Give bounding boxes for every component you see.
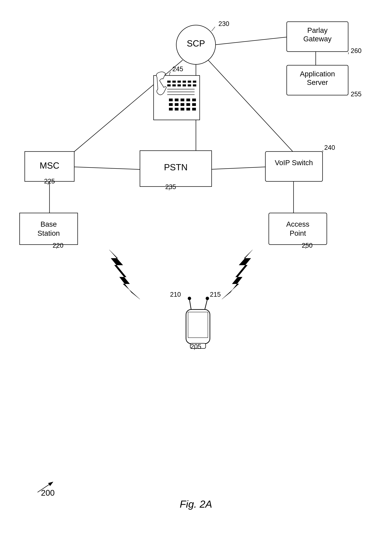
svg-line-8	[208, 167, 266, 169]
svg-text:Server: Server	[307, 78, 328, 86]
svg-rect-25	[188, 84, 191, 86]
svg-rect-38	[186, 103, 190, 106]
base-station-ref: 220	[53, 242, 63, 249]
svg-text:Gateway: Gateway	[303, 35, 331, 43]
app-server-label: Application	[300, 70, 335, 78]
svg-rect-40	[169, 108, 173, 110]
voip-ref: 240	[324, 144, 335, 151]
svg-line-52	[205, 299, 207, 309]
svg-line-1	[215, 37, 287, 45]
svg-rect-21	[167, 84, 171, 86]
msc-ref: 225	[44, 178, 55, 185]
access-point-label: Access	[286, 220, 309, 228]
parlay-ref: 260	[351, 47, 361, 54]
svg-rect-16	[172, 81, 176, 83]
scp-label: SCP	[187, 38, 205, 48]
figure-label: Fig. 2A	[180, 498, 212, 510]
scp-ref: 230	[219, 20, 229, 27]
svg-rect-44	[192, 108, 196, 110]
svg-rect-39	[192, 103, 196, 106]
svg-rect-42	[181, 108, 184, 110]
pstn-label: PSTN	[164, 162, 188, 172]
svg-rect-18	[183, 81, 186, 83]
svg-line-50	[189, 299, 191, 309]
mobile-device	[186, 297, 210, 348]
svg-rect-30	[169, 99, 173, 101]
ref-200: 200	[41, 488, 55, 497]
svg-rect-17	[177, 81, 181, 83]
svg-rect-34	[192, 99, 196, 101]
svg-rect-48	[188, 312, 208, 338]
svg-point-53	[206, 297, 209, 300]
base-station-label: Base	[40, 220, 57, 228]
svg-rect-37	[181, 103, 184, 106]
svg-rect-20	[193, 81, 196, 83]
svg-rect-19	[188, 81, 191, 83]
access-point-box	[269, 213, 327, 245]
svg-rect-36	[175, 103, 178, 106]
svg-rect-22	[172, 84, 176, 86]
voip-label: VoIP Switch	[275, 159, 313, 167]
svg-rect-26	[193, 84, 196, 86]
svg-line-7	[73, 167, 140, 169]
access-point-ref: 250	[302, 242, 313, 249]
pstn-ref: 235	[165, 183, 176, 190]
parlay-gateway-label: Parlay	[307, 26, 327, 34]
svg-text:Point: Point	[289, 229, 306, 237]
svg-text:Station: Station	[37, 229, 60, 237]
base-station-box	[20, 213, 78, 245]
svg-point-51	[188, 297, 191, 300]
svg-line-4	[208, 60, 294, 152]
app-server-ref: 255	[351, 90, 361, 98]
phone-ant2-ref: 215	[210, 291, 221, 298]
svg-rect-35	[169, 103, 173, 106]
ip-phone	[154, 72, 200, 120]
svg-rect-33	[186, 99, 190, 101]
svg-rect-43	[186, 108, 190, 110]
svg-rect-41	[175, 108, 178, 110]
svg-line-11	[212, 27, 215, 31]
svg-rect-23	[177, 84, 181, 86]
svg-rect-31	[175, 99, 178, 101]
svg-rect-15	[167, 81, 171, 83]
ip-phone-ref: 245	[172, 65, 183, 73]
svg-rect-24	[183, 84, 186, 86]
msc-label: MSC	[40, 161, 59, 171]
svg-rect-32	[181, 99, 184, 101]
phone-ref: 205	[191, 343, 201, 350]
diagram: SCP 230 Parlay Gateway 260 Application S…	[0, 0, 392, 537]
phone-ant1-ref: 210	[170, 291, 181, 298]
